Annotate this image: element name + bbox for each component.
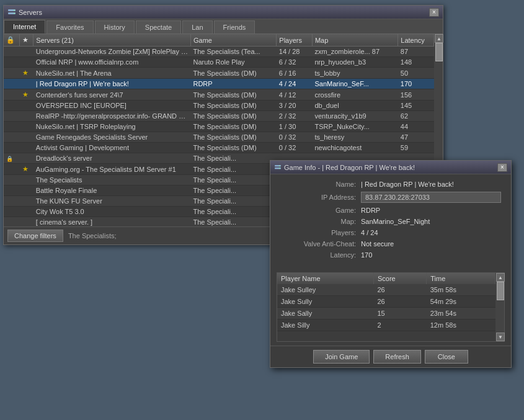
star-icon: ★ (22, 91, 29, 98)
map-cell: crossfire (312, 89, 397, 101)
players-label: Players: (280, 229, 361, 236)
ip-value[interactable]: 83.87.230.228:27033 (361, 192, 501, 203)
th-game[interactable]: Game (190, 34, 276, 47)
map-value: SanMarino_SeF_Night (361, 218, 501, 225)
fav-cell[interactable]: ★ (20, 68, 33, 79)
fav-cell[interactable] (20, 143, 33, 153)
player-scroll-down[interactable]: ▼ (496, 333, 505, 341)
server-name-cell: NukeSilo.net | TSRP Roleplaying (33, 122, 191, 132)
filter-text: The Specialists; (68, 232, 117, 239)
server-name-cell: Battle Royale Finale (33, 185, 191, 196)
scroll-thumb[interactable] (435, 43, 443, 61)
tab-favorites[interactable]: Favorites (47, 20, 93, 34)
lock-cell (4, 47, 20, 57)
players-cell: 6 / 32 (277, 57, 313, 68)
tab-spectate[interactable]: Spectate (136, 20, 181, 34)
th-players[interactable]: Players (277, 34, 313, 47)
fav-cell[interactable] (20, 207, 33, 217)
th-fav: ★ (20, 34, 33, 47)
fav-cell[interactable]: ★ (20, 164, 33, 175)
lock-cell (4, 185, 20, 196)
tab-internet[interactable]: Internet (4, 20, 45, 34)
game-cell: The Specialists (DM) (190, 68, 276, 79)
latency-cell: 59 (398, 143, 434, 153)
th-player-time[interactable]: Time (427, 273, 495, 284)
fav-cell[interactable] (20, 79, 33, 89)
info-row-vac: Valve Anti-Cheat: Not secure (280, 240, 501, 248)
th-latency[interactable]: Latency (398, 34, 434, 47)
main-titlebar: Servers × (4, 6, 443, 19)
svg-point-3 (14, 12, 15, 14)
player-time-cell: 12m 58s (427, 319, 495, 331)
player-name-cell: Jake Silly (277, 319, 373, 331)
th-map[interactable]: Map (312, 34, 397, 47)
game-info-icon (274, 164, 282, 171)
player-scroll-up[interactable]: ▲ (496, 273, 505, 282)
th-player-score[interactable]: Score (373, 273, 426, 284)
refresh-button[interactable]: Refresh (373, 350, 421, 364)
dialog-close-button[interactable]: × (497, 163, 507, 172)
lock-cell (4, 111, 20, 122)
player-row: Jake Sally1523m 54s (277, 308, 495, 319)
player-table-inner: Player Name Score Time Jake Sulley2635m … (277, 273, 495, 341)
table-row[interactable]: RealRP -http://generalprospector.info- G… (4, 111, 434, 122)
table-row[interactable]: OVERSPEED INC [EUROPE]The Specialists (D… (4, 101, 434, 111)
fav-cell[interactable]: ★ (20, 89, 33, 101)
server-name-cell: Official NRP | www.officialnrp.com (33, 57, 191, 68)
lock-cell (4, 196, 20, 207)
fav-cell[interactable] (20, 47, 33, 57)
server-name-cell: AuGaming.org - The Specialists DM Server… (33, 164, 191, 175)
table-row[interactable]: Underground-Networks Zombie [ZxM] RolePl… (4, 47, 434, 57)
map-cell: ts_lobby (312, 68, 397, 79)
fav-cell[interactable] (20, 101, 33, 111)
th-servers[interactable]: Servers (21) (33, 34, 191, 47)
players-cell: 2 / 32 (277, 111, 313, 122)
table-row[interactable]: Game Renegades Specialists ServerThe Spe… (4, 132, 434, 143)
svg-point-7 (279, 168, 280, 168)
name-value: | Red Dragon RP | We're back! (361, 181, 501, 188)
fav-cell[interactable] (20, 132, 33, 143)
fav-cell[interactable] (20, 111, 33, 122)
player-scroll-thumb[interactable] (497, 282, 504, 300)
game-cell: The Speciali... (190, 175, 276, 185)
player-scroll-track[interactable] (496, 282, 504, 333)
player-name-cell: Jake Sulley (277, 284, 373, 296)
fav-cell[interactable] (20, 175, 33, 185)
table-row[interactable]: ★Contender's funs server 24\7The Special… (4, 89, 434, 101)
table-row[interactable]: | Red Dragon RP | We're back!RDRP4 / 24S… (4, 79, 434, 89)
lock-cell (4, 79, 20, 89)
player-scrollbar[interactable]: ▲ ▼ (495, 273, 504, 341)
fav-cell[interactable] (20, 196, 33, 207)
info-row-name: Name: | Red Dragon RP | We're back! (280, 181, 501, 188)
close-button[interactable]: Close (425, 350, 468, 364)
fav-cell[interactable] (20, 57, 33, 68)
main-close-button[interactable]: × (429, 8, 439, 17)
name-label: Name: (280, 181, 361, 188)
game-cell: The Specialists (DM) (190, 143, 276, 153)
fav-cell[interactable] (20, 217, 33, 227)
th-player-name[interactable]: Player Name (277, 273, 373, 284)
fav-cell[interactable] (20, 185, 33, 196)
table-row[interactable]: Activist Gaming | DevelopmentThe Special… (4, 143, 434, 153)
table-row[interactable]: ★NukeSilo.net | The ArenaThe Specialists… (4, 68, 434, 79)
map-cell: newchicagotest (312, 143, 397, 153)
tab-lan[interactable]: Lan (182, 20, 212, 34)
lock-cell (4, 57, 20, 68)
game-cell: The Specialists (DM) (190, 111, 276, 122)
game-cell: RDRP (190, 79, 276, 89)
dialog-titlebar: Game Info - | Red Dragon RP | We're back… (270, 161, 511, 174)
table-row[interactable]: NukeSilo.net | TSRP RoleplayingThe Speci… (4, 122, 434, 132)
fav-cell[interactable] (20, 122, 33, 132)
scroll-up[interactable]: ▲ (435, 34, 443, 43)
join-game-button[interactable]: Join Game (313, 350, 370, 364)
players-cell: 3 / 20 (277, 101, 313, 111)
fav-cell[interactable] (20, 153, 33, 164)
tab-history[interactable]: History (95, 20, 135, 34)
players-cell: 0 / 32 (277, 143, 313, 153)
ip-label: IP Address: (280, 194, 361, 201)
player-time-cell: 35m 58s (427, 284, 495, 296)
tab-friends[interactable]: Friends (214, 20, 255, 34)
change-filters-button[interactable]: Change filters (7, 230, 63, 242)
table-row[interactable]: Official NRP | www.officialnrp.comNaruto… (4, 57, 434, 68)
latency-cell: 44 (398, 122, 434, 132)
